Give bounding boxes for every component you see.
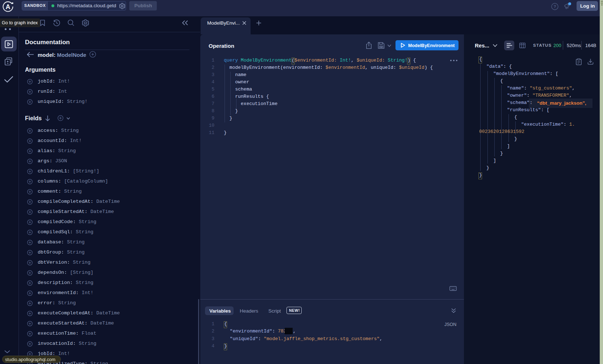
svg-text:A: A <box>6 3 11 11</box>
svg-text:?: ? <box>553 4 556 9</box>
